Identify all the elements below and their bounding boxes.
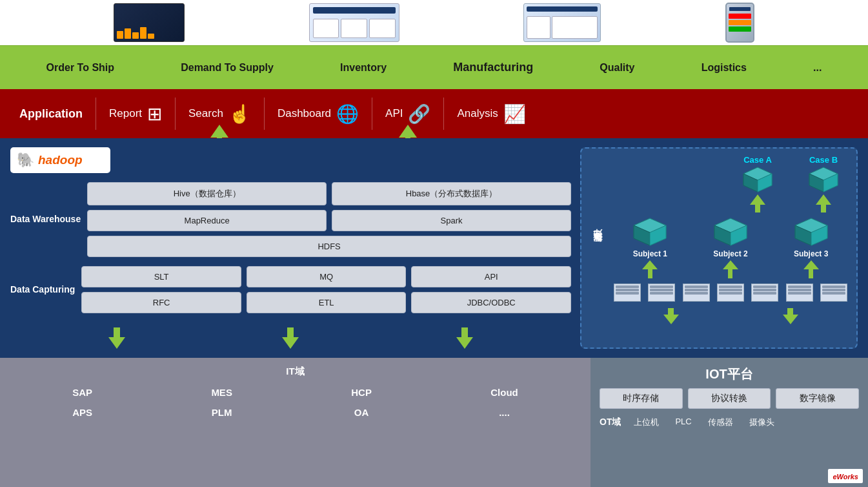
analysis-icon: 📈 — [503, 103, 526, 125]
subject2-label: Subject 2 — [713, 249, 747, 258]
subject2-cube-icon — [711, 216, 750, 247]
iot-box-1: 时序存储 — [600, 388, 683, 409]
mini-table-2 — [648, 284, 675, 302]
page-wrapper: Order To Ship Demand To Supply Inventory… — [0, 0, 868, 487]
eworks-logo: eWorks — [828, 469, 863, 483]
hadoop-elephant-icon: 🐘 — [17, 152, 34, 169]
subject3-cube-icon — [792, 216, 831, 247]
data-tables-row — [611, 284, 850, 302]
iot-box-2: 协议转换 — [688, 388, 771, 409]
api-icon: 🔗 — [408, 103, 430, 125]
banner-item-more: ... — [813, 62, 822, 74]
left-arrow-1 — [108, 327, 125, 349]
data-capturing-section: Data Capturing SLT MQ API RFC ETL JDBC/O… — [10, 266, 571, 313]
hadoop-text: hadoop — [38, 153, 83, 167]
banner-item-demand-to-supply: Demand To Supply — [181, 62, 274, 74]
app-bar-label: Application — [6, 107, 96, 121]
ot-item-1: 上位机 — [634, 417, 659, 428]
report-icon: ⊞ — [147, 103, 162, 125]
hive-box: Hive（数据仓库） — [87, 182, 327, 205]
app-bar-report[interactable]: Report ⊞ — [96, 103, 175, 125]
warehouse-label-vertical: 数据 仓库 — [588, 155, 607, 341]
ot-item-3: 传感器 — [708, 417, 733, 428]
app-bar: Application Report ⊞ Search ☝ Dashboard … — [0, 89, 868, 138]
search-icon: ☝ — [228, 103, 251, 125]
data-warehouse-title: Data Warehouse — [10, 182, 81, 257]
subject1-label: Subject 1 — [633, 249, 667, 258]
left-content: 🐘 hadoop Data Warehouse Hive（数据仓库） Hbase… — [10, 147, 571, 349]
bottom-right: IOT平台 时序存储 协议转换 数字镜像 OT域 上位机 PLC 传感器 摄像头… — [590, 358, 868, 487]
hdfs-box: HDFS — [87, 236, 571, 257]
iot-boxes-row: 时序存储 协议转换 数字镜像 — [600, 388, 859, 409]
rfc-box: RFC — [81, 292, 241, 313]
right-panel: 数据 仓库 Case A — [580, 147, 858, 349]
app-bar-api[interactable]: API 🔗 — [372, 103, 443, 125]
ot-items-row: 上位机 PLC 传感器 摄像头 — [634, 417, 774, 428]
it-mes: MES — [211, 387, 232, 398]
ot-domain-label: OT域 — [600, 417, 621, 428]
main-content: 🐘 hadoop Data Warehouse Hive（数据仓库） Hbase… — [0, 138, 868, 358]
right-arrow-down-1 — [663, 308, 679, 324]
right-arrow-down-2 — [783, 308, 798, 324]
it-items-grid: SAP APS MES PLM HCP OA Cloud .... — [13, 387, 578, 418]
ot-row: OT域 上位机 PLC 传感器 摄像头 — [600, 417, 859, 428]
search-label: Search — [188, 107, 223, 120]
iot-label: IOT平台 — [705, 366, 752, 383]
mini-table-1 — [614, 284, 641, 302]
it-sap: SAP — [72, 387, 92, 398]
ot-item-4: 摄像头 — [749, 417, 774, 428]
mq-box: MQ — [247, 266, 407, 287]
hbase-box: Hbase（分布式数据库） — [332, 182, 571, 205]
subject3-label: Subject 3 — [794, 249, 828, 258]
slt-box: SLT — [81, 266, 241, 287]
bottom-left: IT域 SAP APS MES PLM HCP OA Cloud .... — [0, 358, 590, 487]
api-box: API — [411, 266, 571, 287]
mini-table-3 — [683, 284, 710, 302]
hadoop-logo: 🐘 hadoop — [10, 147, 110, 173]
app-bar-search[interactable]: Search ☝ — [176, 103, 264, 125]
iot-box-3: 数字镜像 — [776, 388, 859, 409]
left-arrow-3 — [456, 327, 473, 349]
it-col-2: MES PLM — [211, 387, 232, 418]
dashboard-label: Dashboard — [278, 107, 331, 120]
screenshot-1 — [114, 3, 185, 42]
api-label: API — [385, 107, 403, 120]
it-domain-label: IT域 — [286, 366, 304, 378]
banner-item-inventory: Inventory — [340, 62, 387, 74]
banner-item-order-to-ship: Order To Ship — [46, 62, 114, 74]
cube-b-icon — [807, 166, 840, 193]
it-oa: OA — [354, 407, 369, 418]
etl-box: ETL — [247, 292, 407, 313]
it-cloud: Cloud — [490, 387, 518, 398]
it-aps: APS — [72, 407, 92, 418]
case-b-label: Case B — [809, 155, 838, 165]
data-capturing-title: Data Capturing — [10, 266, 75, 313]
screenshot-3 — [523, 3, 601, 42]
banner-item-manufacturing: Manufacturing — [453, 61, 533, 74]
banner-item-quality: Quality — [600, 62, 634, 74]
mini-table-5 — [751, 284, 778, 302]
spark-box: Spark — [332, 210, 571, 231]
bottom-section: IT域 SAP APS MES PLM HCP OA Cloud .... — [0, 358, 868, 487]
it-col-3: HCP OA — [351, 387, 372, 418]
data-capturing-grid: SLT MQ API RFC ETL JDBC/ODBC — [81, 266, 571, 313]
banner-item-logistics: Logistics — [701, 62, 747, 74]
subject1-cube-icon — [631, 216, 669, 247]
data-warehouse-section: Data Warehouse Hive（数据仓库） Hbase（分布式数据库） … — [10, 182, 571, 257]
it-more: .... — [499, 407, 510, 418]
it-plm: PLM — [212, 407, 232, 418]
app-bar-analysis[interactable]: Analysis 📈 — [444, 103, 538, 125]
cube-a-icon — [741, 166, 774, 193]
screenshot-2 — [309, 3, 399, 42]
right-inner-content: Case A Case — [611, 155, 850, 341]
it-hcp: HCP — [351, 387, 372, 398]
left-arrow-2 — [282, 327, 299, 349]
mini-table-6 — [786, 284, 813, 302]
green-banner: Order To Ship Demand To Supply Inventory… — [0, 45, 868, 89]
mini-table-7 — [820, 284, 847, 302]
app-bar-dashboard[interactable]: Dashboard 🌐 — [265, 103, 372, 125]
it-col-1: SAP APS — [72, 387, 92, 418]
jdbc-box: JDBC/ODBC — [411, 292, 571, 313]
top-images-row — [0, 0, 868, 45]
analysis-label: Analysis — [457, 107, 498, 120]
